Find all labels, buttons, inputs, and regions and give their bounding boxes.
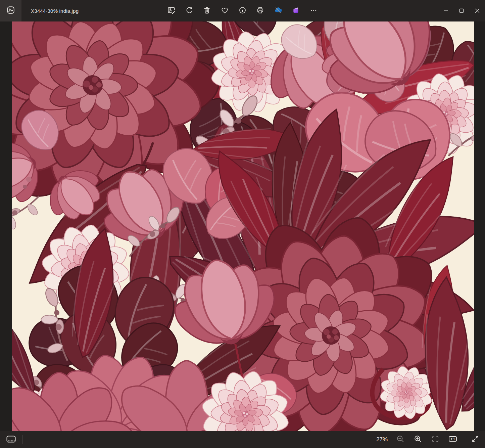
clipchamp-button[interactable] (291, 5, 301, 16)
photos-app-icon (6, 6, 15, 16)
onedrive-offline-icon (274, 6, 283, 16)
info-button[interactable] (237, 5, 248, 16)
delete-button[interactable] (202, 5, 212, 16)
fit-to-window-button[interactable] (429, 433, 442, 446)
photo-viewport[interactable] (12, 21, 474, 431)
rotate-button[interactable] (184, 5, 195, 16)
fullscreen-icon (471, 435, 480, 444)
actual-size-button[interactable]: 1:1 (446, 433, 459, 446)
toolbar (166, 0, 319, 21)
more-options-icon (309, 6, 318, 15)
trash-icon (203, 6, 211, 15)
window-title: X3444-30% india.jpg (31, 0, 79, 21)
info-icon (238, 6, 247, 15)
onedrive-button[interactable] (273, 5, 284, 16)
edit-image-icon (167, 6, 176, 15)
minimize-button[interactable] (438, 0, 453, 21)
window-controls (438, 0, 485, 21)
statusbar-divider-left (22, 435, 22, 444)
clipchamp-icon (291, 6, 300, 16)
actual-size-label: 1:1 (451, 438, 455, 441)
zoom-out-icon (396, 435, 405, 444)
maximize-button[interactable] (453, 0, 469, 21)
edit-image-button[interactable] (166, 5, 177, 16)
title-bar: X3444-30% india.jpg (0, 0, 485, 21)
zoom-out-button[interactable] (394, 433, 407, 446)
zoom-in-button[interactable] (411, 433, 424, 446)
filmstrip-toggle-button[interactable] (5, 433, 17, 446)
filmstrip-icon (6, 435, 16, 445)
zoom-in-icon (414, 435, 422, 444)
floral-pattern-image (12, 21, 474, 431)
more-options-button[interactable] (308, 5, 319, 16)
heart-icon (221, 6, 229, 15)
actual-size-icon: 1:1 (448, 435, 457, 444)
printer-icon (256, 6, 264, 15)
fullscreen-button[interactable] (469, 433, 482, 446)
zoom-level-text: 27% (375, 436, 389, 443)
fit-to-window-icon (431, 435, 440, 444)
print-button[interactable] (255, 5, 266, 16)
app-icon-area (0, 0, 21, 21)
favorite-button[interactable] (220, 5, 230, 16)
status-bar: 27% (0, 431, 485, 448)
statusbar-divider-right (464, 435, 464, 444)
rotate-icon (185, 6, 193, 15)
close-button[interactable] (469, 0, 485, 21)
